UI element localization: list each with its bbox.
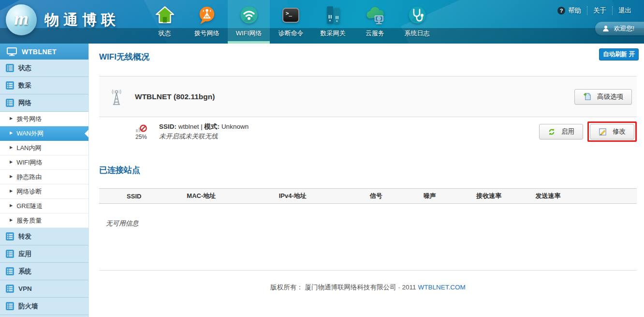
user-icon xyxy=(602,25,610,32)
help-link[interactable]: ? 帮助 xyxy=(552,6,587,15)
column-header-ssid: SSID xyxy=(99,189,169,204)
wifi-overview-panel: WTBLNET (802.11bgn) 高级选项 25% S xyxy=(99,76,637,146)
sidebar-subitem-lan[interactable]: ▶ LAN内网 xyxy=(0,141,88,155)
welcome-button[interactable]: 欢迎您! xyxy=(595,22,644,35)
footer-link[interactable]: WTBLNET.COM xyxy=(418,284,465,291)
nav-tab-data-gateway[interactable]: 数采网关 xyxy=(312,0,354,44)
main-content: WIFI无线概况 自动刷新 开 WTBLNET (802.11bgn) 高级选项 xyxy=(89,44,644,317)
logout-link[interactable]: 退出 xyxy=(612,6,637,15)
about-link[interactable]: 关于 xyxy=(587,6,612,15)
auto-refresh-toggle[interactable]: 自动刷新 开 xyxy=(599,48,639,60)
sidebar-item-label: 转发 xyxy=(18,232,31,241)
sidebar-subitem-dial-network[interactable]: ▶ 拨号网络 xyxy=(0,112,88,126)
terminal-glyph: >_ xyxy=(286,10,292,16)
sidebar-item-label: 静态路由 xyxy=(16,173,42,181)
wifi-status-row: 25% SSID: wtblnet | 模式: Unknown 未开启或未关联无… xyxy=(99,117,637,146)
sidebar-subitem-gre-tunnel[interactable]: ▶ GRE隧道 xyxy=(0,199,88,213)
stethoscope-icon xyxy=(407,3,428,27)
connected-stations-table: SSID MAC-地址 IPv4-地址 信号 噪声 接收速率 发送速率 xyxy=(99,188,637,204)
brand-logo: m 物通博联 xyxy=(6,4,120,35)
help-label: 帮助 xyxy=(568,6,581,15)
enable-label: 启用 xyxy=(561,127,574,136)
nav-label: 诊断命令 xyxy=(278,29,304,38)
column-header-rx-rate: 接收速率 xyxy=(459,189,518,204)
sidebar-subitem-network-diagnosis[interactable]: ▶ 网络诊断 xyxy=(0,184,88,199)
sidebar-item-label: LAN内网 xyxy=(16,144,41,152)
sidebar-item-forwarding[interactable]: 转发 xyxy=(0,228,88,245)
help-icon: ? xyxy=(557,7,565,15)
sidebar-item-label: WIFI网络 xyxy=(16,158,42,167)
list-icon xyxy=(6,302,14,310)
nav-tab-system-log[interactable]: 系统日志 xyxy=(396,0,438,44)
sidebar-item-application[interactable]: 应用 xyxy=(0,245,88,263)
ssid-label: SSID: xyxy=(159,123,176,130)
sidebar-subitem-qos[interactable]: ▶ 服务质量 xyxy=(0,213,88,228)
nav-tab-wifi-network[interactable]: WIFI网络 xyxy=(228,0,270,44)
sidebar-item-system[interactable]: 系统 xyxy=(0,263,88,280)
list-icon xyxy=(6,64,14,72)
caret-icon: ▶ xyxy=(10,218,13,222)
sidebar-subitem-static-route[interactable]: ▶ 静态路由 xyxy=(0,170,88,184)
nav-tab-cloud-service[interactable]: 云服务 xyxy=(354,0,396,44)
list-icon xyxy=(6,81,14,90)
refresh-icon xyxy=(548,128,556,136)
sidebar-item-label: 应用 xyxy=(18,250,31,258)
column-header-tx-rate: 发送速率 xyxy=(518,189,577,204)
caret-icon: ▶ xyxy=(10,189,13,193)
sidebar-item-label: 网络诊断 xyxy=(16,187,42,196)
caret-icon: ▶ xyxy=(10,203,13,208)
dial-antenna-icon xyxy=(197,3,217,27)
list-icon xyxy=(6,285,14,293)
sidebar-item-clipped xyxy=(0,315,88,317)
caret-icon: ▶ xyxy=(10,174,13,179)
network-title: WTBLNET (802.11bgn) xyxy=(135,92,215,101)
signal-block: 25% xyxy=(131,123,151,140)
terminal-icon: >_ xyxy=(282,3,299,27)
app-header: m 物通博联 状态 拨号网络 WIFI网络 >_ 诊断命令 xyxy=(0,0,644,44)
no-data-message: 无可用信息 xyxy=(106,219,637,228)
about-label: 关于 xyxy=(593,6,606,15)
sidebar-item-status[interactable]: 状态 xyxy=(0,60,88,77)
welcome-label: 欢迎您! xyxy=(614,24,634,33)
sidebar-subitem-wifi[interactable]: ▶ WIFI网络 xyxy=(0,155,88,170)
nav-tab-status[interactable]: 状态 xyxy=(144,0,186,44)
nav-label: 云服务 xyxy=(366,29,384,38)
sidebar-item-label: 防火墙 xyxy=(18,302,38,311)
home-icon xyxy=(155,3,175,27)
sidebar-item-firewall[interactable]: 防火墙 xyxy=(0,298,88,315)
list-icon xyxy=(6,267,14,275)
column-header-noise: 噪声 xyxy=(400,189,459,204)
mode-label: 模式: xyxy=(205,123,220,130)
sidebar-item-label: GRE隧道 xyxy=(16,202,43,211)
caret-icon: ▶ xyxy=(10,160,13,164)
column-header-signal: 信号 xyxy=(352,189,400,204)
sidebar-item-data-collect[interactable]: 数采 xyxy=(0,77,88,94)
sidebar: WTBLNET 状态 数采 网络 ▶ 拨号网络 ▶ WAN外网 ▶ LAN内网 … xyxy=(0,44,89,317)
modify-button[interactable]: 修改 xyxy=(590,124,634,139)
nav-tab-diagnostic-command[interactable]: >_ 诊断命令 xyxy=(270,0,312,44)
list-icon xyxy=(6,99,14,107)
sidebar-subitem-wan[interactable]: ▶ WAN外网 xyxy=(0,126,88,141)
sidebar-item-vpn[interactable]: VPN xyxy=(0,280,88,298)
nav-label: 状态 xyxy=(159,29,171,38)
column-header-ipv4: IPv4-地址 xyxy=(234,189,352,204)
nav-tab-dial-network[interactable]: 拨号网络 xyxy=(186,0,228,44)
logo-sphere-icon: m xyxy=(6,4,37,35)
cloud-monitor-icon xyxy=(364,3,386,27)
list-icon xyxy=(6,232,14,241)
signal-percent: 25% xyxy=(135,134,147,140)
enable-button[interactable]: 启用 xyxy=(539,124,583,139)
wifi-action-buttons: 启用 修改 xyxy=(539,121,637,142)
copyright-text: 版权所有： 厦门物通博联网络科技有限公司 · 2011 xyxy=(270,284,416,291)
advanced-options-button[interactable]: 高级选项 xyxy=(574,89,632,105)
page-footer: 版权所有： 厦门物通博联网络科技有限公司 · 2011 WTBLNET.COM xyxy=(99,270,637,292)
list-icon xyxy=(6,250,14,258)
wifi-panel-header: WTBLNET (802.11bgn) 高级选项 xyxy=(99,76,637,117)
header-utility-links: ? 帮助 关于 退出 xyxy=(552,6,637,15)
antenna-tower-icon xyxy=(109,88,124,106)
sidebar-item-label: 网络 xyxy=(18,99,31,107)
sidebar-item-network[interactable]: 网络 xyxy=(0,94,88,112)
mode-value: Unknown xyxy=(221,123,249,130)
page-title: WIFI无线概况 xyxy=(99,51,637,62)
signal-blocked-icon xyxy=(135,123,147,133)
